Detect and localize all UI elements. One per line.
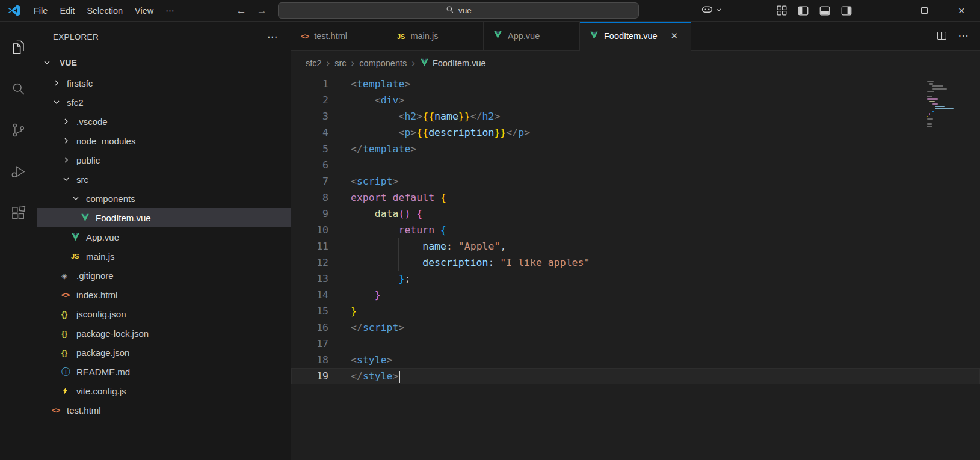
close-icon[interactable]: ✕ xyxy=(668,29,681,43)
code-line[interactable]: 10return { xyxy=(291,222,980,238)
tab-fooditem-vue[interactable]: FoodItem.vue✕ xyxy=(580,22,691,51)
tree-item-index-html[interactable]: <>index.html xyxy=(37,285,291,304)
tree-item-src[interactable]: src xyxy=(37,170,291,189)
customize-layout-icon xyxy=(776,5,787,16)
activity-extensions-button[interactable] xyxy=(0,192,37,234)
tree-item-vite-config-js[interactable]: vite.config.js xyxy=(37,381,291,400)
tree-item-package-lock-json[interactable]: {}package-lock.json xyxy=(37,324,291,343)
activity-source-control-button[interactable] xyxy=(0,109,37,151)
tree-item-jsconfig-json[interactable]: {}jsconfig.json xyxy=(37,304,291,324)
close-button[interactable]: ✕ xyxy=(943,0,980,22)
maximize-button[interactable] xyxy=(905,0,943,22)
file-tree: firstsfcsfc2.vscodenode_modulespublicsrc… xyxy=(37,73,291,460)
tree-item-components[interactable]: components xyxy=(37,189,291,208)
code-line[interactable]: 9data() { xyxy=(291,206,980,222)
breadcrumb-item[interactable]: FoodItem.vue xyxy=(420,58,486,69)
menu-edit[interactable]: Edit xyxy=(54,4,81,17)
chevron-right-icon xyxy=(52,78,67,88)
indent-guide xyxy=(351,254,375,271)
customize-layout-button[interactable] xyxy=(771,2,792,20)
tab-test-html[interactable]: <>test.html xyxy=(291,22,387,50)
line-content: data() { xyxy=(351,206,422,222)
nav-forward-icon[interactable]: → xyxy=(251,5,272,17)
code-token: > xyxy=(404,78,410,90)
code-token: < xyxy=(351,78,357,90)
layout-controls xyxy=(771,2,857,20)
panel-left-button[interactable] xyxy=(792,2,814,20)
tree-item--gitignore[interactable]: ◈.gitignore xyxy=(37,266,291,285)
tree-item-main-js[interactable]: JSmain.js xyxy=(37,247,291,266)
tree-item-readme-md[interactable]: ⓘREADME.md xyxy=(37,362,291,381)
more-actions-button[interactable]: ⋯ xyxy=(954,27,973,45)
code-token: < xyxy=(375,94,381,106)
code-line[interactable]: 11name: "Apple", xyxy=(291,238,980,254)
menu-selection[interactable]: Selection xyxy=(81,4,129,17)
panel-right-button[interactable] xyxy=(836,2,857,20)
activity-run-debug-button[interactable] xyxy=(0,151,37,192)
code-token: { xyxy=(416,208,422,219)
code-line[interactable]: 7<script> xyxy=(291,173,980,189)
code-line[interactable]: 12description: "I like apples" xyxy=(291,254,980,271)
tree-item--vscode[interactable]: .vscode xyxy=(37,112,291,131)
code-line[interactable]: 6 xyxy=(291,157,980,173)
tree-item-package-json[interactable]: {}package.json xyxy=(37,343,291,362)
code-token: {{ xyxy=(416,127,428,138)
code-token: < xyxy=(351,176,357,187)
activity-explorer-button[interactable] xyxy=(0,26,37,68)
breadcrumb: sfc2›src›components›FoodItem.vue xyxy=(291,51,980,76)
line-number: 12 xyxy=(291,254,328,271)
menu-file[interactable]: File xyxy=(28,4,54,17)
tree-item-firstsfc[interactable]: firstsfc xyxy=(37,73,291,93)
code-line[interactable]: 18<style> xyxy=(291,352,980,368)
menu-view[interactable]: View xyxy=(129,4,159,17)
code-token: </ xyxy=(470,111,482,122)
minimap[interactable] xyxy=(927,81,969,129)
tab-app-vue[interactable]: App.vue xyxy=(484,22,580,50)
tab-main-js[interactable]: JSmain.js xyxy=(387,22,484,50)
line-content: } xyxy=(351,303,357,319)
code-token: "I like apples" xyxy=(500,257,590,268)
minimap-line xyxy=(932,103,938,105)
minimap-line xyxy=(935,108,954,109)
code-line[interactable]: 14} xyxy=(291,287,980,303)
code-line[interactable]: 2<div> xyxy=(291,92,980,108)
menu-more[interactable]: ⋯ xyxy=(159,4,180,17)
code-line[interactable]: 19</style> xyxy=(291,368,980,384)
breadcrumb-item[interactable]: components xyxy=(359,58,407,68)
tree-item-sfc2[interactable]: sfc2 xyxy=(37,93,291,112)
code-line[interactable]: 1<template> xyxy=(291,76,980,92)
chevron-down-icon xyxy=(52,97,67,107)
code-line[interactable]: 4<p>{{description}}</p> xyxy=(291,124,980,141)
tree-item-fooditem-vue[interactable]: FoodItem.vue xyxy=(37,208,291,227)
tree-item-node-modules[interactable]: node_modules xyxy=(37,131,291,150)
code-line[interactable]: 15} xyxy=(291,303,980,319)
panel-bottom-button[interactable] xyxy=(814,2,836,20)
workspace-section-header[interactable]: VUE xyxy=(37,52,291,73)
explorer-icon xyxy=(10,39,26,55)
code-line[interactable]: 16</script> xyxy=(291,319,980,336)
sidebar-more-actions-button[interactable]: ⋯ xyxy=(265,31,280,43)
code-token: return xyxy=(398,224,434,236)
code-line[interactable]: 8export default { xyxy=(291,189,980,206)
editor[interactable]: 1<template>2<div>3<h2>{{name}}</h2>4<p>{… xyxy=(291,76,980,460)
code-line[interactable]: 3<h2>{{name}}</h2> xyxy=(291,108,980,124)
code-token: > xyxy=(398,94,404,106)
code-line[interactable]: 5</template> xyxy=(291,141,980,157)
code-line[interactable]: 17 xyxy=(291,336,980,352)
split-editor-button[interactable] xyxy=(932,27,951,45)
code-token: > xyxy=(494,111,500,122)
tree-item-app-vue[interactable]: App.vue xyxy=(37,227,291,247)
code-token: : xyxy=(446,241,458,252)
json-file-icon: {} xyxy=(61,348,76,357)
tree-item-test-html[interactable]: <>test.html xyxy=(37,400,291,420)
tree-item-public[interactable]: public xyxy=(37,150,291,170)
code-token: p xyxy=(518,127,524,138)
command-center-search[interactable]: vue xyxy=(278,2,639,19)
copilot-button[interactable] xyxy=(696,4,727,17)
minimize-button[interactable]: ─ xyxy=(868,0,905,22)
breadcrumb-item[interactable]: src xyxy=(334,58,346,68)
breadcrumb-item[interactable]: sfc2 xyxy=(306,58,322,68)
code-line[interactable]: 13}; xyxy=(291,271,980,287)
activity-search-button[interactable] xyxy=(0,68,37,109)
nav-back-icon[interactable]: ← xyxy=(231,5,251,17)
